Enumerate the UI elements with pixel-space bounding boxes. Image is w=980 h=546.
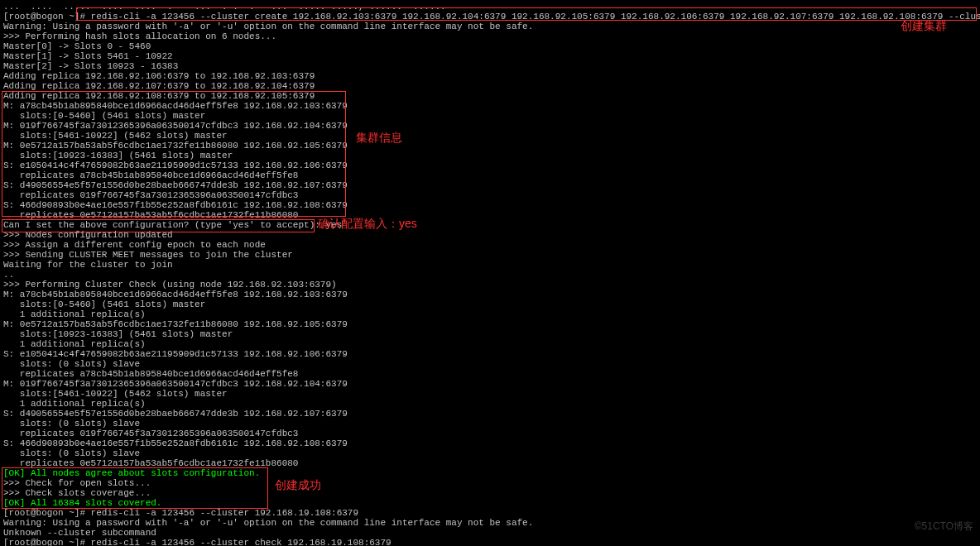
- terminal-line: M: a78cb45b1ab895840bce1d6966acd46d4eff5…: [3, 290, 977, 299]
- terminal-line: replicates 019f766745f3a73012365396a0635…: [3, 190, 977, 200]
- terminal-line: ... .... ..... .... .... . ... . . . ...…: [3, 2, 977, 12]
- terminal-line: Master[0] -> Slots 0 - 5460: [3, 41, 977, 51]
- terminal-line: S: 466d90893b0e4ae16e557f1b55e252a8fdb61…: [3, 200, 977, 210]
- terminal-line: Can I set the above configuration? (type…: [3, 220, 977, 230]
- terminal-line: Master[2] -> Slots 10923 - 16383: [3, 61, 977, 71]
- terminal-line: slots:[5461-10922] (5462 slots) master: [3, 389, 977, 399]
- terminal-line: M: a78cb45b1ab895840bce1d6966acd46d4eff5…: [3, 101, 977, 111]
- terminal-line: slots: (0 slots) slave: [3, 448, 977, 458]
- terminal-line: >>> Check for open slots...: [3, 478, 977, 488]
- terminal-line: [root@bogon ~]# redis-cli -a 123456 --cl…: [3, 508, 977, 518]
- terminal-line: >>> Sending CLUSTER MEET messages to joi…: [3, 250, 977, 260]
- terminal-line: M: 019f766745f3a73012365396a063500147cfd…: [3, 379, 977, 389]
- terminal-line: Warning: Using a password with '-a' or '…: [3, 518, 977, 528]
- terminal-line: S: e1050414c4f47659082b63ae21195909d1c57…: [3, 349, 977, 359]
- terminal-line: Adding replica 192.168.92.108:6379 to 19…: [3, 91, 977, 101]
- terminal-line: slots:[5461-10922] (5462 slots) master: [3, 131, 977, 141]
- terminal-line: S: d49056554e5f57e1556d0be28baeb666747dd…: [3, 180, 977, 190]
- terminal-line: slots: (0 slots) slave: [3, 359, 977, 369]
- terminal-line: 1 additional replica(s): [3, 339, 977, 349]
- terminal-line: S: e1050414c4f47659082b63ae21195909d1c57…: [3, 160, 977, 170]
- watermark-text: ©51CTO博客: [915, 521, 973, 531]
- terminal-line: Adding replica 192.168.92.107:6379 to 19…: [3, 81, 977, 91]
- terminal-line: replicates 0e5712a157ba53ab5f6cdbc1ae173…: [3, 210, 977, 220]
- terminal-line: S: d49056554e5f57e1556d0be28baeb666747dd…: [3, 409, 977, 419]
- terminal-line: replicates a78cb45b1ab895840bce1d6966acd…: [3, 369, 977, 379]
- terminal-line: replicates 019f766745f3a73012365396a0635…: [3, 429, 977, 438]
- terminal-line: [OK] All nodes agree about slots configu…: [3, 468, 977, 478]
- terminal-output[interactable]: ... .... ..... .... .... . ... . . . ...…: [0, 0, 980, 546]
- terminal-line: >>> Performing hash slots allocation on …: [3, 31, 977, 41]
- terminal-line: slots:[10923-16383] (5461 slots) master: [3, 329, 977, 339]
- terminal-line: M: 0e5712a157ba53ab5f6cdbc1ae1732fe11b86…: [3, 319, 977, 329]
- terminal-line: Unknown --cluster subcommand: [3, 528, 977, 538]
- terminal-line: Master[1] -> Slots 5461 - 10922: [3, 51, 977, 61]
- terminal-line: >>> Check slots coverage...: [3, 488, 977, 498]
- terminal-line: [OK] All 16384 slots covered.: [3, 498, 977, 508]
- terminal-line: Warning: Using a password with '-a' or '…: [3, 22, 977, 31]
- terminal-line: S: 466d90893b0e4ae16e557f1b55e252a8fdb61…: [3, 438, 977, 448]
- terminal-line: slots:[0-5460] (5461 slots) master: [3, 111, 977, 121]
- terminal-line: Adding replica 192.168.92.106:6379 to 19…: [3, 71, 977, 81]
- terminal-line: [root@bogon ~]# redis-cli -a 123456 --cl…: [3, 538, 977, 546]
- terminal-line: slots: (0 slots) slave: [3, 419, 977, 429]
- terminal-line: M: 019f766745f3a73012365396a063500147cfd…: [3, 121, 977, 131]
- terminal-line: replicates a78cb45b1ab895840bce1d6966acd…: [3, 170, 977, 180]
- terminal-line: M: 0e5712a157ba53ab5f6cdbc1ae1732fe11b86…: [3, 141, 977, 151]
- terminal-line: >>> Assign a different config epoch to e…: [3, 240, 977, 250]
- terminal-line: [root@bogon ~]# redis-cli -a 123456 --cl…: [3, 12, 977, 22]
- terminal-line: replicates 0e5712a157ba53ab5f6cdbc1ae173…: [3, 458, 977, 468]
- terminal-line: Waiting for the cluster to join: [3, 260, 977, 270]
- terminal-line: >>> Nodes configuration updated: [3, 230, 977, 240]
- terminal-line: >>> Performing Cluster Check (using node…: [3, 280, 977, 290]
- terminal-line: 1 additional replica(s): [3, 309, 977, 319]
- terminal-line: 1 additional replica(s): [3, 399, 977, 409]
- terminal-line: slots:[0-5460] (5461 slots) master: [3, 299, 977, 309]
- terminal-line: slots:[10923-16383] (5461 slots) master: [3, 151, 977, 160]
- terminal-line: ..: [3, 270, 977, 280]
